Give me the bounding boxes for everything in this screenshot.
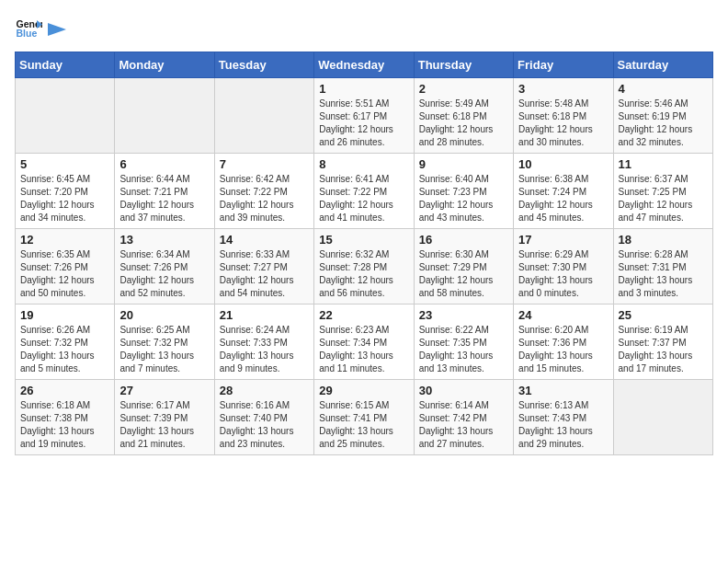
day-content: Sunrise: 6:38 AMSunset: 7:24 PMDaylight:… (518, 173, 608, 224)
day-number: 11 (619, 157, 708, 171)
calendar-cell: 23Sunrise: 6:22 AMSunset: 7:35 PMDayligh… (414, 304, 513, 380)
calendar-cell (613, 380, 712, 455)
day-content: Sunrise: 6:20 AMSunset: 7:36 PMDaylight:… (518, 324, 608, 375)
calendar-cell: 22Sunrise: 6:23 AMSunset: 7:34 PMDayligh… (314, 304, 414, 380)
day-number: 26 (20, 384, 109, 397)
calendar-cell (115, 78, 214, 154)
calendar-cell: 21Sunrise: 6:24 AMSunset: 7:33 PMDayligh… (214, 304, 313, 380)
day-number: 10 (518, 157, 608, 171)
header-thursday: Thursday (414, 52, 513, 78)
calendar-cell: 14Sunrise: 6:33 AMSunset: 7:27 PMDayligh… (214, 229, 313, 304)
day-number: 24 (518, 308, 608, 322)
day-content: Sunrise: 6:33 AMSunset: 7:27 PMDaylight:… (220, 248, 309, 300)
calendar-cell: 1Sunrise: 5:51 AMSunset: 6:17 PMDaylight… (314, 78, 414, 154)
header-monday: Monday (115, 52, 214, 78)
day-number: 7 (220, 157, 309, 171)
day-content: Sunrise: 6:29 AMSunset: 7:30 PMDaylight:… (518, 248, 608, 300)
calendar-cell: 17Sunrise: 6:29 AMSunset: 7:30 PMDayligh… (514, 229, 613, 304)
calendar-week-row: 1Sunrise: 5:51 AMSunset: 6:17 PMDaylight… (16, 78, 713, 154)
day-number: 25 (619, 308, 708, 322)
calendar-cell: 16Sunrise: 6:30 AMSunset: 7:29 PMDayligh… (414, 229, 513, 304)
day-content: Sunrise: 6:16 AMSunset: 7:40 PMDaylight:… (220, 399, 309, 451)
calendar-cell: 9Sunrise: 6:40 AMSunset: 7:23 PMDaylight… (414, 154, 513, 229)
calendar-cell (16, 78, 115, 154)
day-content: Sunrise: 6:17 AMSunset: 7:39 PMDaylight:… (119, 399, 209, 451)
day-number: 22 (319, 308, 408, 322)
calendar-week-row: 26Sunrise: 6:18 AMSunset: 7:38 PMDayligh… (16, 380, 713, 455)
day-content: Sunrise: 6:35 AMSunset: 7:26 PMDaylight:… (20, 248, 109, 300)
day-number: 19 (20, 308, 109, 322)
day-number: 21 (220, 308, 309, 322)
calendar-cell: 30Sunrise: 6:14 AMSunset: 7:42 PMDayligh… (414, 380, 513, 455)
calendar-cell: 6Sunrise: 6:44 AMSunset: 7:21 PMDaylight… (115, 154, 214, 229)
logo-arrow-icon (48, 23, 66, 36)
day-number: 30 (419, 384, 508, 397)
day-content: Sunrise: 5:48 AMSunset: 6:18 PMDaylight:… (518, 98, 608, 149)
calendar-cell: 3Sunrise: 5:48 AMSunset: 6:18 PMDaylight… (514, 78, 613, 154)
day-content: Sunrise: 6:30 AMSunset: 7:29 PMDaylight:… (419, 248, 508, 300)
day-content: Sunrise: 6:42 AMSunset: 7:22 PMDaylight:… (220, 173, 309, 224)
day-number: 23 (419, 308, 508, 322)
calendar-cell: 27Sunrise: 6:17 AMSunset: 7:39 PMDayligh… (115, 380, 214, 455)
calendar-cell: 13Sunrise: 6:34 AMSunset: 7:26 PMDayligh… (115, 229, 214, 304)
calendar-week-row: 19Sunrise: 6:26 AMSunset: 7:32 PMDayligh… (16, 304, 713, 380)
day-content: Sunrise: 6:18 AMSunset: 7:38 PMDaylight:… (20, 399, 109, 451)
day-content: Sunrise: 6:44 AMSunset: 7:21 PMDaylight:… (119, 173, 209, 224)
day-content: Sunrise: 6:41 AMSunset: 7:22 PMDaylight:… (319, 173, 408, 224)
day-number: 8 (319, 157, 408, 171)
day-content: Sunrise: 6:40 AMSunset: 7:23 PMDaylight:… (419, 173, 508, 224)
day-content: Sunrise: 6:24 AMSunset: 7:33 PMDaylight:… (220, 324, 309, 375)
calendar-cell: 24Sunrise: 6:20 AMSunset: 7:36 PMDayligh… (514, 304, 613, 380)
day-content: Sunrise: 5:51 AMSunset: 6:17 PMDaylight:… (319, 98, 408, 149)
day-number: 3 (518, 82, 608, 96)
day-number: 4 (619, 82, 708, 96)
day-number: 27 (119, 384, 209, 397)
calendar-week-row: 12Sunrise: 6:35 AMSunset: 7:26 PMDayligh… (16, 229, 713, 304)
day-content: Sunrise: 5:49 AMSunset: 6:18 PMDaylight:… (419, 98, 508, 149)
day-content: Sunrise: 6:13 AMSunset: 7:43 PMDaylight:… (518, 399, 608, 451)
calendar-cell: 4Sunrise: 5:46 AMSunset: 6:19 PMDaylight… (613, 78, 712, 154)
calendar-cell: 26Sunrise: 6:18 AMSunset: 7:38 PMDayligh… (16, 380, 115, 455)
calendar-cell: 10Sunrise: 6:38 AMSunset: 7:24 PMDayligh… (514, 154, 613, 229)
calendar-cell: 7Sunrise: 6:42 AMSunset: 7:22 PMDaylight… (214, 154, 313, 229)
day-number: 5 (20, 157, 109, 171)
calendar-header-row: SundayMondayTuesdayWednesdayThursdayFrid… (16, 52, 713, 78)
calendar-cell: 8Sunrise: 6:41 AMSunset: 7:22 PMDaylight… (314, 154, 414, 229)
day-content: Sunrise: 6:25 AMSunset: 7:32 PMDaylight:… (119, 324, 209, 375)
day-content: Sunrise: 6:23 AMSunset: 7:34 PMDaylight:… (319, 324, 408, 375)
calendar-cell: 18Sunrise: 6:28 AMSunset: 7:31 PMDayligh… (613, 229, 712, 304)
day-content: Sunrise: 6:37 AMSunset: 7:25 PMDaylight:… (619, 173, 708, 224)
day-content: Sunrise: 6:45 AMSunset: 7:20 PMDaylight:… (20, 173, 109, 224)
calendar-cell: 25Sunrise: 6:19 AMSunset: 7:37 PMDayligh… (613, 304, 712, 380)
svg-marker-3 (48, 23, 66, 36)
day-content: Sunrise: 6:26 AMSunset: 7:32 PMDaylight:… (20, 324, 109, 375)
day-content: Sunrise: 6:32 AMSunset: 7:28 PMDaylight:… (319, 248, 408, 300)
day-content: Sunrise: 6:34 AMSunset: 7:26 PMDaylight:… (119, 248, 209, 300)
calendar-cell: 20Sunrise: 6:25 AMSunset: 7:32 PMDayligh… (115, 304, 214, 380)
day-number: 2 (419, 82, 508, 96)
day-content: Sunrise: 6:22 AMSunset: 7:35 PMDaylight:… (419, 324, 508, 375)
logo-icon: General Blue (15, 15, 42, 42)
calendar-cell: 12Sunrise: 6:35 AMSunset: 7:26 PMDayligh… (16, 229, 115, 304)
day-content: Sunrise: 6:19 AMSunset: 7:37 PMDaylight:… (619, 324, 708, 375)
calendar-cell: 2Sunrise: 5:49 AMSunset: 6:18 PMDaylight… (414, 78, 513, 154)
logo: General Blue (15, 15, 66, 42)
header-wednesday: Wednesday (314, 52, 414, 78)
day-content: Sunrise: 6:28 AMSunset: 7:31 PMDaylight:… (619, 248, 708, 300)
day-number: 15 (319, 233, 408, 247)
day-content: Sunrise: 6:14 AMSunset: 7:42 PMDaylight:… (419, 399, 508, 451)
day-number: 17 (518, 233, 608, 247)
day-number: 31 (518, 384, 608, 397)
calendar-table: SundayMondayTuesdayWednesdayThursdayFrid… (15, 52, 713, 455)
day-number: 16 (419, 233, 508, 247)
calendar-cell (214, 78, 313, 154)
header-friday: Friday (514, 52, 613, 78)
calendar-cell: 28Sunrise: 6:16 AMSunset: 7:40 PMDayligh… (214, 380, 313, 455)
calendar-week-row: 5Sunrise: 6:45 AMSunset: 7:20 PMDaylight… (16, 154, 713, 229)
day-content: Sunrise: 5:46 AMSunset: 6:19 PMDaylight:… (619, 98, 708, 149)
day-number: 12 (20, 233, 109, 247)
header-saturday: Saturday (613, 52, 712, 78)
calendar-cell: 31Sunrise: 6:13 AMSunset: 7:43 PMDayligh… (514, 380, 613, 455)
day-content: Sunrise: 6:15 AMSunset: 7:41 PMDaylight:… (319, 399, 408, 451)
svg-text:Blue: Blue (17, 28, 38, 39)
